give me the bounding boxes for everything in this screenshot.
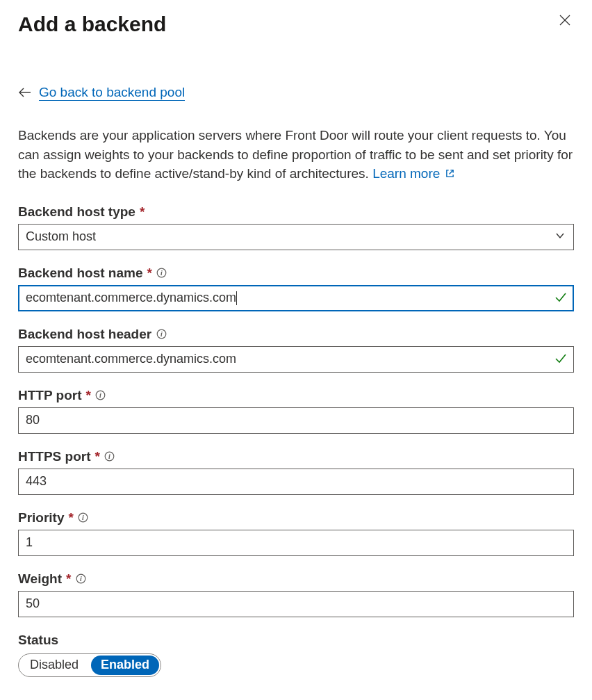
arrow-left-icon xyxy=(18,87,32,99)
info-icon[interactable]: i xyxy=(104,451,115,462)
info-icon[interactable]: i xyxy=(78,512,89,523)
description-body: Backends are your application servers wh… xyxy=(18,128,573,181)
required-marker: * xyxy=(147,266,152,281)
weight-label: Weight xyxy=(18,571,62,587)
host-type-value: Custom host xyxy=(26,229,96,244)
backlink-row: Go back to backend pool xyxy=(18,85,574,101)
https-port-input[interactable] xyxy=(18,469,574,495)
required-marker: * xyxy=(140,204,145,220)
info-icon[interactable]: i xyxy=(156,268,167,279)
svg-text:i: i xyxy=(100,391,102,399)
add-backend-panel: Add a backend Go back to backend pool Ba… xyxy=(0,0,592,700)
required-marker: * xyxy=(66,571,71,587)
close-button[interactable] xyxy=(559,7,574,29)
svg-text:i: i xyxy=(109,453,111,460)
info-icon[interactable]: i xyxy=(75,573,86,585)
field-http-port: HTTP port * i xyxy=(18,388,574,434)
host-type-select[interactable]: Custom host xyxy=(18,224,574,250)
info-icon[interactable]: i xyxy=(95,390,106,401)
status-toggle: Disabled Enabled xyxy=(18,653,161,677)
required-marker: * xyxy=(85,388,90,403)
svg-line-3 xyxy=(449,170,453,174)
status-enabled-button[interactable]: Enabled xyxy=(91,656,159,675)
learn-more-link[interactable]: Learn more xyxy=(372,166,454,181)
http-port-input[interactable] xyxy=(18,407,574,434)
host-name-label: Backend host name xyxy=(18,266,143,281)
field-host-name: Backend host name * i xyxy=(18,266,574,311)
https-port-label: HTTPS port xyxy=(18,449,91,464)
weight-input[interactable] xyxy=(18,591,574,617)
status-disabled-button[interactable]: Disabled xyxy=(19,654,90,676)
http-port-label: HTTP port xyxy=(18,388,81,403)
description-text: Backends are your application servers wh… xyxy=(18,126,574,184)
field-weight: Weight * i xyxy=(18,571,574,617)
host-name-input[interactable] xyxy=(18,285,574,311)
back-to-pool-link[interactable]: Go back to backend pool xyxy=(39,85,185,101)
field-priority: Priority * i xyxy=(18,510,574,556)
field-host-type: Backend host type * Custom host xyxy=(18,204,574,250)
external-link-icon xyxy=(445,164,454,184)
svg-text:i: i xyxy=(161,269,163,277)
backend-form: Backend host type * Custom host Backend … xyxy=(18,204,574,677)
svg-text:i: i xyxy=(80,575,82,583)
host-header-label: Backend host header xyxy=(18,327,151,342)
panel-title: Add a backend xyxy=(18,13,166,36)
field-https-port: HTTPS port * i xyxy=(18,449,574,495)
field-status: Status Disabled Enabled xyxy=(18,633,574,677)
priority-label: Priority xyxy=(18,510,65,526)
priority-input[interactable] xyxy=(18,530,574,556)
field-host-header: Backend host header i xyxy=(18,327,574,373)
close-icon xyxy=(559,18,571,29)
status-label: Status xyxy=(18,633,58,648)
required-marker: * xyxy=(69,510,74,526)
svg-text:i: i xyxy=(83,514,85,521)
learn-more-label: Learn more xyxy=(372,166,440,181)
info-icon[interactable]: i xyxy=(156,329,167,340)
panel-header: Add a backend xyxy=(18,7,574,36)
host-type-label: Backend host type xyxy=(18,204,135,220)
svg-text:i: i xyxy=(161,330,163,338)
host-header-input[interactable] xyxy=(18,346,574,373)
required-marker: * xyxy=(95,449,100,464)
